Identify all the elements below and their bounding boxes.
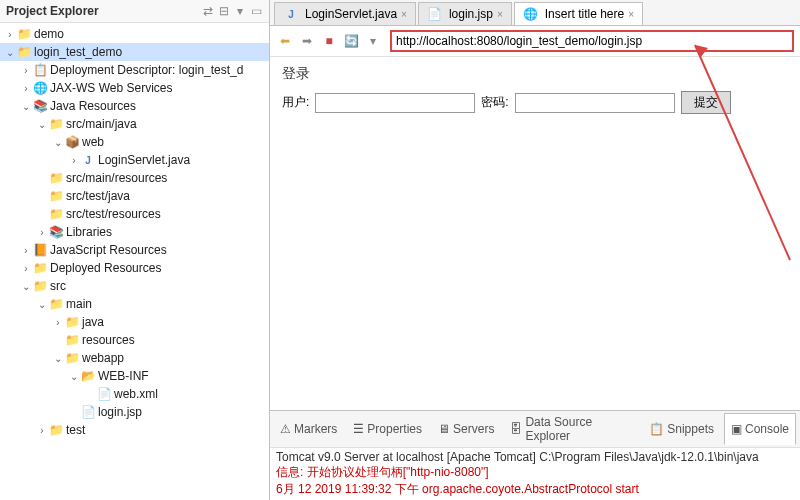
password-label: 密码: <box>481 94 508 111</box>
console-line: 6月 12 2019 11:39:32 下午 org.apache.coyote… <box>276 481 794 498</box>
bottom-panel: ⚠Markers ☰Properties 🖥Servers 🗄Data Sour… <box>270 410 800 500</box>
login-form: 用户: 密码: 提交 <box>282 91 788 114</box>
tree-deployment-descriptor[interactable]: ›📋Deployment Descriptor: login_test_d <box>0 61 269 79</box>
tree-main-folder[interactable]: ⌄📁main <box>0 295 269 313</box>
tree-src-test-resources[interactable]: 📁src/test/resources <box>0 205 269 223</box>
stop-icon[interactable]: ■ <box>320 32 338 50</box>
globe-icon: 🌐 <box>523 6 539 22</box>
java-file-icon: J <box>283 6 299 22</box>
tree-deployed-resources[interactable]: ›📁Deployed Resources <box>0 259 269 277</box>
tree-webapp-folder[interactable]: ⌄📁webapp <box>0 349 269 367</box>
tree-webinf-folder[interactable]: ⌄📂WEB-INF <box>0 367 269 385</box>
tab-console[interactable]: ▣Console <box>724 413 796 445</box>
login-heading: 登录 <box>282 65 788 83</box>
editor-tabs: JLoginServlet.java× 📄login.jsp× 🌐Insert … <box>270 0 800 26</box>
tree-file-loginjsp[interactable]: 📄login.jsp <box>0 403 269 421</box>
editor-pane: JLoginServlet.java× 📄login.jsp× 🌐Insert … <box>270 0 800 500</box>
close-icon[interactable]: × <box>401 9 407 20</box>
snippets-icon: 📋 <box>649 422 664 436</box>
tree-project-demo[interactable]: ›📁demo <box>0 25 269 43</box>
password-input[interactable] <box>515 93 675 113</box>
tree-src-main-java[interactable]: ⌄📁src/main/java <box>0 115 269 133</box>
console-process-title: Tomcat v9.0 Server at localhost [Apache … <box>276 450 794 464</box>
markers-icon: ⚠ <box>280 422 291 436</box>
tree-java-resources[interactable]: ⌄📚Java Resources <box>0 97 269 115</box>
tab-loginservlet[interactable]: JLoginServlet.java× <box>274 2 416 25</box>
tree-java-folder[interactable]: ›📁java <box>0 313 269 331</box>
user-label: 用户: <box>282 94 309 111</box>
refresh-icon[interactable]: 🔄 <box>342 32 360 50</box>
tab-properties[interactable]: ☰Properties <box>347 413 428 445</box>
forward-icon[interactable]: ➡ <box>298 32 316 50</box>
jsp-file-icon: 📄 <box>427 6 443 22</box>
minimize-icon[interactable]: ▭ <box>249 4 263 18</box>
project-tree[interactable]: ›📁demo ⌄📁login_test_demo ›📋Deployment De… <box>0 23 269 500</box>
tab-snippets[interactable]: 📋Snippets <box>643 413 720 445</box>
submit-button[interactable]: 提交 <box>681 91 731 114</box>
close-icon[interactable]: × <box>497 9 503 20</box>
username-input[interactable] <box>315 93 475 113</box>
tab-browser[interactable]: 🌐Insert title here× <box>514 2 643 25</box>
console-line: 信息: 开始协议处理句柄["http-nio-8080"] <box>276 464 794 481</box>
tree-src-folder[interactable]: ⌄📁src <box>0 277 269 295</box>
console-icon: ▣ <box>731 422 742 436</box>
properties-icon: ☰ <box>353 422 364 436</box>
servers-icon: 🖥 <box>438 422 450 436</box>
browser-toolbar: ⬅ ➡ ■ 🔄 ▾ <box>270 26 800 57</box>
tab-data-source-explorer[interactable]: 🗄Data Source Explorer <box>504 413 639 445</box>
console-content[interactable]: Tomcat v9.0 Server at localhost [Apache … <box>270 448 800 500</box>
back-icon[interactable]: ⬅ <box>276 32 294 50</box>
project-explorer-panel: Project Explorer ⇄ ⊟ ▾ ▭ ›📁demo ⌄📁login_… <box>0 0 270 500</box>
tree-package-web[interactable]: ⌄📦web <box>0 133 269 151</box>
tree-file-webxml[interactable]: 📄web.xml <box>0 385 269 403</box>
close-icon[interactable]: × <box>628 9 634 20</box>
explorer-title: Project Explorer <box>6 4 201 18</box>
tree-src-test-java[interactable]: 📁src/test/java <box>0 187 269 205</box>
go-icon[interactable]: ▾ <box>364 32 382 50</box>
database-icon: 🗄 <box>510 422 522 436</box>
tree-file-loginservlet[interactable]: ›JLoginServlet.java <box>0 151 269 169</box>
url-input[interactable] <box>396 34 788 48</box>
link-editor-icon[interactable]: ⇄ <box>201 4 215 18</box>
tree-src-main-resources[interactable]: 📁src/main/resources <box>0 169 269 187</box>
tab-markers[interactable]: ⚠Markers <box>274 413 343 445</box>
collapse-all-icon[interactable]: ⊟ <box>217 4 231 18</box>
view-menu-icon[interactable]: ▾ <box>233 4 247 18</box>
bottom-tabs: ⚠Markers ☰Properties 🖥Servers 🗄Data Sour… <box>270 411 800 448</box>
tab-loginjsp[interactable]: 📄login.jsp× <box>418 2 512 25</box>
tree-js-resources[interactable]: ›📙JavaScript Resources <box>0 241 269 259</box>
browser-viewport: 登录 用户: 密码: 提交 <box>270 57 800 410</box>
tree-test-folder[interactable]: ›📁test <box>0 421 269 439</box>
tab-servers[interactable]: 🖥Servers <box>432 413 500 445</box>
tree-libraries[interactable]: ›📚Libraries <box>0 223 269 241</box>
tree-resources-folder[interactable]: 📁resources <box>0 331 269 349</box>
url-bar-highlight <box>390 30 794 52</box>
tree-jaxws[interactable]: ›🌐JAX-WS Web Services <box>0 79 269 97</box>
tree-project-login-test-demo[interactable]: ⌄📁login_test_demo <box>0 43 269 61</box>
explorer-header: Project Explorer ⇄ ⊟ ▾ ▭ <box>0 0 269 23</box>
